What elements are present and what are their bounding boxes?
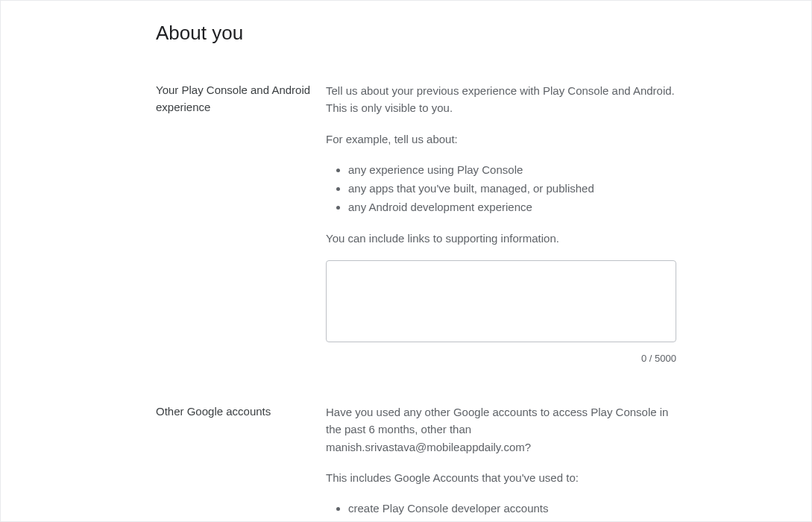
section-other-accounts: Other Google accounts Have you used any … [1,403,811,522]
page-title: About you [156,22,811,45]
experience-bullet: any apps that you've built, managed, or … [348,180,676,197]
section-experience-label: Your Play Console and Android experience [156,82,326,366]
section-experience: Your Play Console and Android experience… [1,82,811,366]
experience-bullet: any Android development experience [348,198,676,216]
experience-example-lead: For example, tell us about: [326,130,676,148]
other-accounts-bullet: create Play Console developer accounts [348,500,676,517]
experience-note: You can include links to supporting info… [326,230,676,247]
experience-bullet: any experience using Play Console [348,161,676,178]
other-accounts-example-lead: This includes Google Accounts that you'v… [326,469,676,486]
other-accounts-bullet: sign in to Play Console as a team member… [348,518,676,522]
experience-bullets: any experience using Play Console any ap… [326,161,676,216]
section-experience-content: Tell us about your previous experience w… [326,82,676,366]
experience-textarea[interactable] [326,260,676,342]
other-accounts-intro: Have you used any other Google accounts … [326,403,676,456]
experience-intro: Tell us about your previous experience w… [326,82,676,117]
section-other-accounts-content: Have you used any other Google accounts … [326,403,676,522]
section-other-accounts-label: Other Google accounts [156,403,326,522]
char-counter: 0 / 5000 [326,351,676,366]
other-accounts-bullets: create Play Console developer accounts s… [326,500,676,522]
